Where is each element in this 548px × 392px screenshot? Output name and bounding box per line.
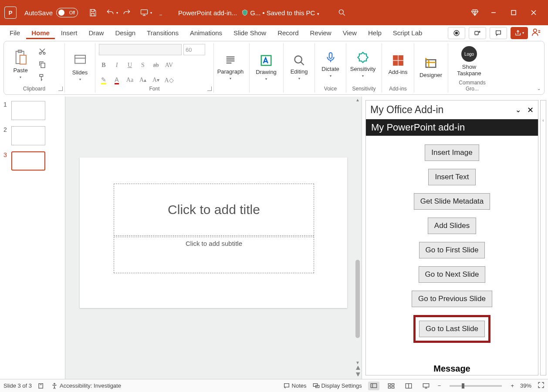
taskpane-close-icon[interactable]: ✕ (527, 105, 534, 115)
insert-image-button[interactable]: Insert Image (425, 144, 479, 161)
go-first-slide-button[interactable]: Go to First Slide (419, 242, 485, 258)
font-family-select[interactable] (99, 44, 182, 55)
sensitivity-button[interactable]: Sensitivity▾ (350, 51, 376, 78)
font-color-button[interactable]: A (112, 75, 122, 85)
go-prev-slide-button[interactable]: Go to Previous Slide (412, 291, 492, 307)
scroll-down-icon[interactable]: ▼ (355, 360, 361, 365)
autosave-toggle[interactable]: Off (56, 8, 78, 17)
diamond-icon[interactable] (470, 7, 480, 18)
accessibility-button[interactable]: Accessibility: Investigate (51, 382, 121, 389)
shadow-button[interactable]: S (138, 60, 148, 70)
camera-record-button[interactable] (448, 27, 465, 39)
close-button[interactable] (524, 6, 544, 20)
ribbon-collapse-icon[interactable]: ⌄ (537, 86, 541, 91)
add-slides-button[interactable]: Add Slides (428, 218, 476, 234)
slide-thumbnail-1[interactable] (11, 101, 45, 120)
change-case-button[interactable]: Aa (125, 75, 135, 85)
title-placeholder[interactable]: Click to add title (114, 184, 314, 236)
prev-slide-icon[interactable]: ⯅ (355, 365, 361, 371)
clear-format-button[interactable]: A◇ (164, 75, 174, 85)
tab-insert[interactable]: Insert (56, 27, 83, 39)
go-last-slide-button[interactable]: Go to Last Slide (419, 321, 485, 337)
editing-button[interactable]: Editing▾ (287, 54, 311, 80)
zoom-out-button[interactable]: − (438, 382, 441, 389)
tab-help[interactable]: Help (363, 27, 387, 39)
taskpane-collapse-handle[interactable]: ‹ (540, 100, 546, 375)
subtitle-placeholder[interactable]: Click to add subtitle (114, 237, 314, 273)
underline-button[interactable]: U (125, 60, 135, 70)
copy-icon[interactable] (36, 59, 48, 70)
present-dropdown-icon[interactable]: ▾ (150, 11, 152, 15)
zoom-handle[interactable] (462, 383, 464, 389)
tab-scriptlab[interactable]: Script Lab (388, 27, 428, 39)
tab-slideshow[interactable]: Slide Show (228, 27, 271, 39)
search-icon[interactable] (337, 7, 347, 18)
addins-button[interactable]: Add-ins (386, 54, 410, 75)
shrink-font-button[interactable]: A▾ (151, 75, 161, 85)
tab-design[interactable]: Design (110, 27, 141, 39)
font-dialog-launcher[interactable] (207, 87, 212, 91)
show-taskpane-button[interactable]: LogoShow Taskpane (452, 46, 487, 77)
fit-to-window-button[interactable] (538, 382, 545, 390)
sorter-view-button[interactable] (386, 382, 397, 390)
get-metadata-button[interactable]: Get Slide Metadata (414, 193, 490, 210)
undo-dropdown-icon[interactable]: ▾ (116, 11, 118, 15)
scroll-up-icon[interactable]: ▲ (355, 97, 360, 102)
character-spacing-button[interactable]: AV (164, 60, 174, 70)
vertical-scrollbar[interactable] (355, 260, 360, 338)
drawing-button[interactable]: Drawing▾ (253, 54, 279, 81)
tab-review[interactable]: Review (305, 27, 337, 39)
dictate-button[interactable]: Dictate▾ (318, 51, 342, 78)
minimize-button[interactable] (484, 6, 504, 20)
tab-file[interactable]: File (4, 27, 25, 39)
display-settings-button[interactable]: Display Settings (313, 382, 362, 389)
redo-icon[interactable] (122, 7, 132, 18)
language-button[interactable] (38, 382, 45, 389)
italic-button[interactable]: I (112, 60, 122, 70)
grow-font-button[interactable]: A▴ (138, 75, 148, 85)
taskpane-options-icon[interactable]: ⌄ (515, 106, 521, 114)
format-painter-icon[interactable] (36, 72, 48, 83)
slide-thumbnail-3[interactable] (11, 151, 45, 171)
next-slide-icon[interactable]: ⯆ (355, 371, 361, 377)
tab-record[interactable]: Record (272, 27, 304, 39)
strikethrough-button[interactable]: ab (151, 60, 161, 70)
comments-button[interactable] (490, 27, 507, 39)
go-next-slide-button[interactable]: Go to Next Slide (419, 266, 486, 283)
slide-thumbnail-2[interactable] (11, 126, 45, 145)
tab-view[interactable]: View (338, 27, 362, 39)
tab-transitions[interactable]: Transitions (142, 27, 184, 39)
share-button[interactable]: ▾ (511, 27, 528, 39)
present-from-start-icon[interactable] (139, 7, 149, 18)
clipboard-dialog-launcher[interactable] (58, 87, 63, 91)
save-icon[interactable] (88, 7, 98, 18)
maximize-button[interactable] (504, 6, 524, 20)
slide-canvas[interactable]: Click to add title Click to add subtitle (80, 157, 347, 308)
font-size-select[interactable]: 60 (183, 44, 205, 55)
insert-text-button[interactable]: Insert Text (428, 169, 475, 185)
customize-qat-icon[interactable]: ⎯ (156, 7, 166, 18)
paragraph-button[interactable]: Paragraph▾ (217, 54, 244, 80)
designer-button[interactable]: Designer (418, 57, 444, 78)
slides-button[interactable]: Slides ▾ (68, 54, 91, 81)
notes-button[interactable]: Notes (283, 382, 307, 389)
tab-draw[interactable]: Draw (83, 27, 109, 39)
bold-button[interactable]: B (99, 60, 108, 70)
undo-icon[interactable] (105, 7, 115, 18)
cut-icon[interactable] (36, 46, 48, 57)
teams-button[interactable] (469, 27, 486, 39)
reading-view-button[interactable] (403, 382, 414, 390)
slideshow-view-button[interactable] (420, 382, 432, 390)
tab-animations[interactable]: Animations (185, 27, 227, 39)
zoom-slider[interactable] (450, 385, 502, 387)
tab-home[interactable]: Home (26, 27, 55, 39)
account-icon[interactable] (531, 27, 544, 39)
zoom-level[interactable]: 39% (520, 382, 531, 389)
normal-view-button[interactable] (368, 382, 379, 390)
zoom-in-button[interactable]: + (511, 382, 514, 389)
save-status[interactable]: • Saved to this PC ▾ (262, 9, 319, 17)
slide-counter[interactable]: Slide 3 of 3 (3, 382, 32, 389)
paste-button[interactable]: Paste ▾ (7, 50, 34, 79)
highlight-button[interactable]: ✎ (99, 75, 108, 85)
sensitivity-short[interactable]: G... (250, 9, 260, 17)
